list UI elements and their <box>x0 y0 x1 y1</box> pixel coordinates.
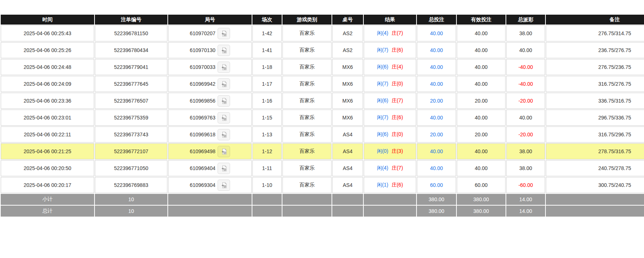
time-cell: 2025-04-06 00:20:17 <box>1 177 94 193</box>
payout-cell: -40.00 <box>506 59 545 75</box>
round-id: 610969763 <box>190 115 215 121</box>
total-bet-cell[interactable]: 40.00 <box>417 25 456 41</box>
video-replay-button[interactable] <box>218 62 230 73</box>
table-row[interactable]: 2025-04-06 00:23:01 522396775359 6109697… <box>1 110 644 126</box>
round-id: 610970207 <box>190 30 215 36</box>
grand-total-label: 总计 <box>1 206 94 217</box>
table-row[interactable]: 2025-04-06 00:25:26 522396780434 6109701… <box>1 42 644 58</box>
result-cell: 闲(0) 庄(3) <box>364 143 416 159</box>
col-header-valid-bet: 有效投注 <box>457 15 506 25</box>
table-no-cell: AS2 <box>332 42 363 58</box>
round-id-cell: 610970033 <box>168 59 252 75</box>
bet-id-cell: 522396769883 <box>95 177 167 193</box>
records-table-wrap: 时间 注单编号 局号 场次 游戏类别 桌号 结果 总投注 有效投注 总派彩 备注… <box>0 14 644 217</box>
grand-total-empty-cell <box>168 206 252 217</box>
video-replay-button[interactable] <box>218 129 230 140</box>
subtotal-empty-cell <box>364 194 416 205</box>
result-player: 闲(7) <box>377 114 388 120</box>
table-row[interactable]: 2025-04-06 00:24:09 522396777645 6109699… <box>1 76 644 92</box>
table-row[interactable]: 2025-04-06 00:22:11 522396773743 6109696… <box>1 126 644 143</box>
round-id-cell: 610969304 <box>168 177 252 193</box>
subtotal-valid-bet: 380.00 <box>457 194 506 205</box>
valid-bet-cell: 40.00 <box>457 160 506 176</box>
subtotal-total-bet: 380.00 <box>417 194 456 205</box>
total-bet-cell[interactable]: 40.00 <box>417 76 456 92</box>
subtotal-empty-cell <box>252 194 282 205</box>
total-bet-cell[interactable]: 40.00 <box>417 160 456 176</box>
table-no-cell: AS2 <box>332 25 363 41</box>
valid-bet-cell: 20.00 <box>457 93 506 109</box>
time-cell: 2025-04-06 00:23:01 <box>1 110 94 126</box>
video-replay-button[interactable] <box>218 28 230 39</box>
table-no-cell: MX6 <box>332 76 363 92</box>
col-header-session: 场次 <box>252 15 282 25</box>
session-cell: 1-41 <box>252 42 282 58</box>
table-row[interactable]: 2025-04-06 00:20:50 522396771050 6109694… <box>1 160 644 176</box>
col-header-game-type: 游戏类别 <box>282 15 332 25</box>
valid-bet-cell: 40.00 <box>457 25 506 41</box>
game-type-cell: 百家乐 <box>282 93 332 109</box>
result-cell: 闲(4) 庄(7) <box>364 25 416 41</box>
payout-cell: -20.00 <box>506 126 545 143</box>
total-bet-cell[interactable]: 40.00 <box>417 42 456 58</box>
result-banker: 庄(3) <box>392 148 403 154</box>
bet-id-cell: 522396771050 <box>95 160 167 176</box>
grand-total-empty-cell <box>332 206 363 217</box>
total-bet-cell[interactable]: 20.00 <box>417 93 456 109</box>
table-no-cell: AS4 <box>332 177 363 193</box>
result-cell: 闲(7) 庄(6) <box>364 110 416 126</box>
video-replay-button[interactable] <box>218 95 230 107</box>
result-cell: 闲(6) 庄(4) <box>364 59 416 75</box>
grand-total-payout: 14.00 <box>506 206 545 217</box>
video-file-icon <box>220 131 227 139</box>
total-bet-cell[interactable]: 40.00 <box>417 143 456 159</box>
video-replay-button[interactable] <box>218 180 230 191</box>
bet-id-cell: 522396781150 <box>95 25 167 41</box>
round-id-cell: 610969618 <box>168 126 252 143</box>
total-bet-cell[interactable]: 40.00 <box>417 110 456 126</box>
remark-cell: 316.75/276.75 <box>546 76 644 92</box>
grand-total-empty-cell <box>546 206 644 217</box>
video-file-icon <box>220 181 227 189</box>
grand-total-valid-bet: 380.00 <box>457 206 506 217</box>
round-id-cell: 610969404 <box>168 160 252 176</box>
result-cell: 闲(7) 庄(6) <box>364 42 416 58</box>
bet-id-cell: 522396776507 <box>95 93 167 109</box>
total-bet-cell[interactable]: 40.00 <box>417 59 456 75</box>
col-header-total-bet: 总投注 <box>417 15 456 25</box>
result-player: 闲(7) <box>377 81 388 86</box>
table-row[interactable]: 2025-04-06 00:21:25 522396772107 6109694… <box>1 143 644 159</box>
total-bet-cell[interactable]: 20.00 <box>417 126 456 143</box>
result-player: 闲(0) <box>377 148 388 154</box>
subtotal-empty-cell <box>546 194 644 205</box>
session-cell: 1-18 <box>252 59 282 75</box>
game-type-cell: 百家乐 <box>282 110 332 126</box>
video-replay-button[interactable] <box>218 146 230 157</box>
video-replay-button[interactable] <box>218 163 230 174</box>
round-id-cell: 610969856 <box>168 93 252 109</box>
col-header-remark: 备注 <box>546 15 644 25</box>
game-type-cell: 百家乐 <box>282 42 332 58</box>
session-cell: 1-17 <box>252 76 282 92</box>
col-header-time: 时间 <box>1 15 94 25</box>
subtotal-row: 小计 10 380.00 380.00 14.00 <box>1 194 644 205</box>
col-header-bet-id: 注单编号 <box>95 15 167 25</box>
bet-records-table: 时间 注单编号 局号 场次 游戏类别 桌号 结果 总投注 有效投注 总派彩 备注… <box>0 14 644 217</box>
valid-bet-cell: 40.00 <box>457 110 506 126</box>
table-row[interactable]: 2025-04-06 00:24:48 522396779041 6109700… <box>1 59 644 75</box>
video-replay-button[interactable] <box>218 78 230 90</box>
total-bet-cell[interactable]: 60.00 <box>417 177 456 193</box>
time-cell: 2025-04-06 00:21:25 <box>1 143 94 159</box>
result-cell: 闲(7) 庄(0) <box>364 76 416 92</box>
table-row[interactable]: 2025-04-06 00:25:43 522396781150 6109702… <box>1 25 644 41</box>
result-player: 闲(6) <box>377 131 388 137</box>
game-type-cell: 百家乐 <box>282 25 332 41</box>
remark-cell: 278.75/316.75 <box>546 143 644 159</box>
table-row[interactable]: 2025-04-06 00:20:17 522396769883 6109693… <box>1 177 644 193</box>
table-row[interactable]: 2025-04-06 00:23:36 522396776507 6109698… <box>1 93 644 109</box>
video-replay-button[interactable] <box>218 112 230 124</box>
video-replay-button[interactable] <box>218 45 230 56</box>
game-type-cell: 百家乐 <box>282 177 332 193</box>
result-cell: 闲(1) 庄(6) <box>364 177 416 193</box>
result-banker: 庄(6) <box>392 47 403 53</box>
